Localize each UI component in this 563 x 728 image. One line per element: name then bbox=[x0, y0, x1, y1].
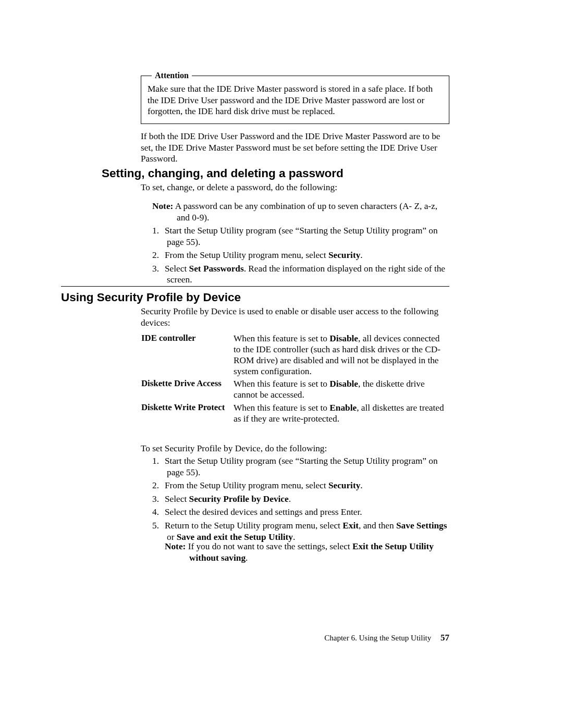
device-desc: When this feature is set to Disable, the… bbox=[233, 378, 449, 401]
device-desc: When this feature is set to Enable, all … bbox=[233, 402, 449, 425]
paragraph-after-attention: If both the IDE Drive User Password and … bbox=[141, 131, 449, 165]
to-set-profile-intro: To set Security Profile by Device, do th… bbox=[141, 443, 449, 454]
note-label: Note: bbox=[152, 201, 173, 211]
table-row: Diskette Drive Access When this feature … bbox=[141, 378, 449, 401]
setting-step-3: 3.Select Set Passwords. Read the informa… bbox=[152, 263, 449, 286]
attention-label: Attention bbox=[152, 71, 192, 80]
profile-step-4: 4.Select the desired devices and setting… bbox=[152, 507, 449, 518]
profile-note: Note: If you do not want to save the set… bbox=[165, 541, 449, 563]
setting-step-2: 2.From the Setup Utility program menu, s… bbox=[152, 250, 449, 261]
profile-steps-list: 1.Start the Setup Utility program (see “… bbox=[152, 455, 449, 545]
device-table: IDE controller When this feature is set … bbox=[141, 332, 449, 425]
profile-step-1: 1.Start the Setup Utility program (see “… bbox=[152, 455, 449, 478]
device-label: Diskette Drive Access bbox=[141, 378, 233, 401]
profile-step-5: 5.Return to the Setup Utility program me… bbox=[152, 520, 449, 542]
heading-setting-password: Setting, changing, and deleting a passwo… bbox=[102, 167, 344, 180]
profile-step-2: 2.From the Setup Utility program menu, s… bbox=[152, 480, 449, 491]
attention-box: Attention Make sure that the IDE Drive M… bbox=[141, 76, 449, 124]
heading-security-profile: Using Security Profile by Device bbox=[61, 291, 241, 304]
setting-intro: To set, change, or delete a password, do… bbox=[141, 182, 449, 193]
attention-body: Make sure that the IDE Drive Master pass… bbox=[148, 83, 443, 117]
device-desc: When this feature is set to Disable, all… bbox=[233, 332, 449, 378]
table-row: IDE controller When this feature is set … bbox=[141, 332, 449, 378]
page-number: 57 bbox=[440, 633, 449, 643]
device-label: Diskette Write Protect bbox=[141, 402, 233, 425]
section-divider bbox=[61, 286, 449, 287]
setting-note: Note: A password can be any combination … bbox=[152, 201, 449, 223]
note-body: A password can be any combination of up … bbox=[173, 201, 437, 223]
using-intro: Security Profile by Device is used to en… bbox=[141, 306, 449, 328]
page-footer: Chapter 6. Using the Setup Utility 57 bbox=[0, 633, 449, 643]
setting-steps-list: 1.Start the Setup Utility program (see “… bbox=[152, 225, 449, 288]
footer-chapter: Chapter 6. Using the Setup Utility bbox=[324, 634, 431, 642]
note-label: Note: bbox=[165, 541, 186, 551]
device-label: IDE controller bbox=[141, 332, 233, 378]
profile-step-3: 3.Select Security Profile by Device. bbox=[152, 493, 449, 505]
page: Attention Make sure that the IDE Drive M… bbox=[0, 0, 563, 728]
table-row: Diskette Write Protect When this feature… bbox=[141, 402, 449, 425]
setting-step-1: 1.Start the Setup Utility program (see “… bbox=[152, 225, 449, 248]
